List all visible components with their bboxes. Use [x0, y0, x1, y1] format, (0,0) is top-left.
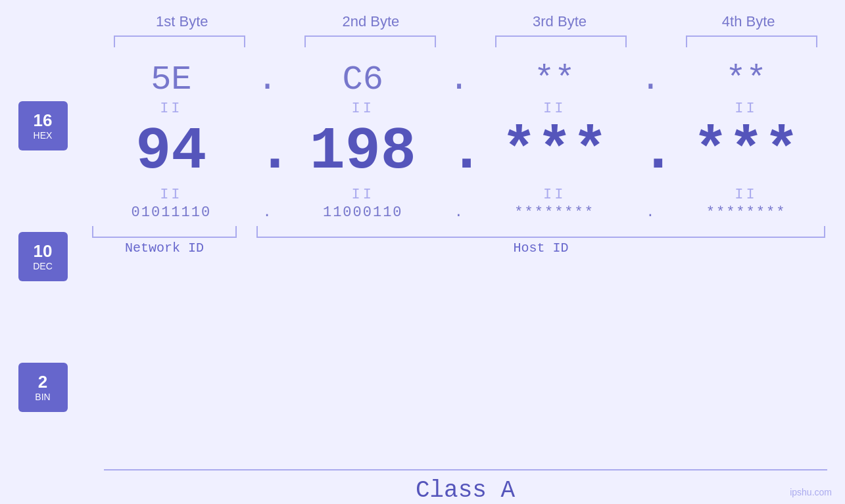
eq1-b2: II: [291, 101, 435, 117]
hex-badge-num: 16: [34, 112, 53, 129]
network-id-label: Network ID: [92, 241, 237, 256]
bin-badge-num: 2: [38, 373, 47, 390]
bin-b1: 01011110: [99, 204, 243, 221]
byte2-header: 2nd Byte: [299, 13, 443, 30]
hex-badge-label: HEX: [34, 130, 53, 141]
dec-b4: ***: [674, 118, 819, 185]
class-label: Class A: [104, 477, 827, 504]
hex-b2: C6: [291, 60, 435, 99]
main-container: 1st Byte 2nd Byte 3rd Byte 4th Byte 16 H…: [0, 0, 845, 504]
outer-bracket-line: [104, 469, 827, 470]
bin-dot-3: .: [640, 204, 660, 221]
byte-headers: 1st Byte 2nd Byte 3rd Byte 4th Byte: [104, 13, 827, 30]
eq2-b3: II: [482, 187, 627, 203]
dec-dot-3: .: [640, 118, 660, 185]
bracket-bottom-network: [92, 226, 237, 238]
eq2-b2: II: [291, 187, 435, 203]
bin-badge: 2 BIN: [18, 363, 68, 412]
eq1-b1: II: [99, 101, 243, 117]
hex-b1: 5E: [99, 60, 243, 99]
eq2-b1: II: [99, 187, 243, 203]
eq1-b4: II: [674, 101, 819, 117]
dec-b3: ***: [482, 118, 627, 185]
dec-dot-2: .: [448, 118, 468, 185]
watermark: ipshu.com: [790, 487, 832, 497]
top-brackets: [104, 35, 827, 47]
dec-b2: 198: [291, 118, 435, 185]
dec-value-row: 94 . 198 . *** . ***: [85, 118, 832, 185]
byte3-header: 3rd Byte: [487, 13, 632, 30]
hex-dot-1: .: [257, 60, 277, 99]
bin-dot-1: .: [257, 204, 277, 221]
bin-b2: 11000110: [291, 204, 435, 221]
hex-dot-3: .: [640, 60, 660, 99]
byte4-header: 4th Byte: [676, 13, 821, 30]
eq1-b3: II: [482, 101, 627, 117]
host-id-label: Host ID: [256, 241, 825, 256]
equals-row-2: II II II II: [85, 185, 832, 204]
bin-badge-label: BIN: [35, 392, 50, 402]
main-content: 16 HEX 10 DEC 2 BIN 5E .: [0, 54, 845, 459]
dec-badge: 10 DEC: [18, 232, 68, 281]
bin-b3: ********: [482, 204, 627, 221]
bracket-top-1: [114, 35, 245, 47]
hex-badge: 16 HEX: [18, 101, 68, 150]
bracket-top-3: [495, 35, 627, 47]
dec-b1: 94: [99, 118, 243, 185]
equals-row-1: II II II II: [85, 99, 832, 118]
bracket-bottom-host: [256, 226, 825, 238]
hex-dot-2: .: [448, 60, 468, 99]
data-area: 5E . C6 . ** . **: [85, 54, 845, 459]
bin-b4: ********: [674, 204, 819, 221]
byte1-header: 1st Byte: [110, 13, 254, 30]
dec-dot-1: .: [257, 118, 277, 185]
hex-b3: **: [482, 60, 627, 99]
dec-badge-num: 10: [34, 242, 53, 260]
hex-value-row: 5E . C6 . ** . **: [85, 60, 832, 99]
dec-badge-label: DEC: [33, 261, 53, 271]
bin-dot-2: .: [448, 204, 468, 221]
outer-bottom-section: Class A: [104, 469, 827, 504]
bin-value-row: 01011110 . 11000110 . ******** .: [85, 204, 832, 221]
hex-b4: **: [674, 60, 819, 99]
bracket-top-2: [304, 35, 436, 47]
badges-column: 16 HEX 10 DEC 2 BIN: [0, 54, 85, 459]
bracket-top-4: [686, 35, 817, 47]
eq2-b4: II: [674, 187, 819, 203]
